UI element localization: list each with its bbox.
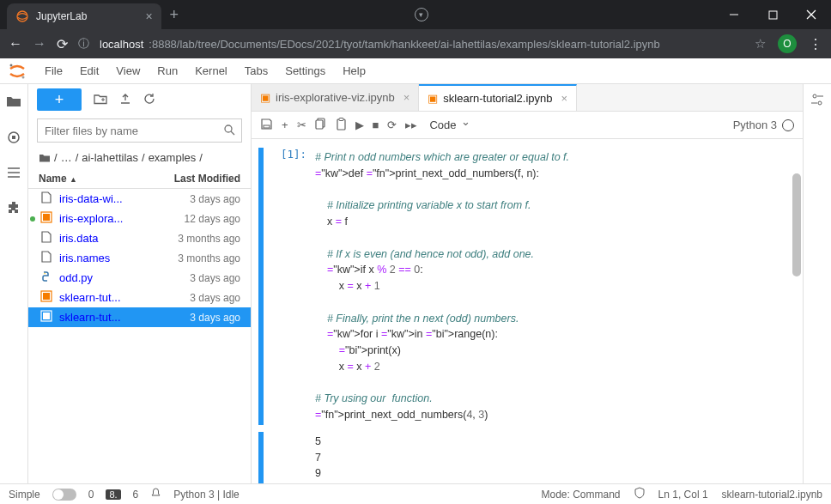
notebook-icon: ▣ [428, 92, 438, 105]
svg-point-0 [17, 11, 27, 21]
menu-help[interactable]: Help [334, 64, 374, 77]
new-folder-icon[interactable] [94, 93, 107, 107]
restart-icon[interactable]: ⟳ [387, 118, 397, 131]
stop-icon[interactable]: ■ [373, 118, 379, 131]
header-modified[interactable]: Last Modified [174, 173, 240, 185]
reload-button[interactable]: ⟳ [57, 36, 68, 52]
extensions-icon[interactable] [7, 201, 21, 218]
folder-icon [39, 153, 51, 163]
browser-menu-icon[interactable]: ⋮ [809, 36, 822, 52]
file-modified: 12 days ago [185, 213, 240, 225]
menu-settings[interactable]: Settings [276, 64, 334, 77]
bookmark-icon[interactable]: ☆ [755, 36, 766, 52]
forward-button[interactable]: → [33, 36, 46, 52]
shield-icon[interactable] [634, 487, 645, 501]
svg-rect-27 [339, 118, 343, 120]
notebook-content[interactable]: [1]: # Print n odd numbers which are gre… [252, 139, 803, 483]
folder-icon[interactable] [6, 94, 21, 112]
file-type-icon [39, 251, 54, 265]
menu-view[interactable]: View [107, 64, 149, 77]
breadcrumb[interactable]: / … / ai-lahettilas / examples / [28, 146, 251, 169]
sb-kernel[interactable]: Python 3 | Idle [173, 489, 240, 501]
new-launcher-button[interactable]: + [37, 88, 82, 111]
svg-rect-25 [316, 120, 323, 129]
kernel-status-icon [782, 119, 794, 131]
site-info-icon[interactable]: ⓘ [78, 36, 89, 52]
back-button[interactable]: ← [9, 36, 22, 52]
svg-rect-22 [43, 313, 50, 319]
menu-kernel[interactable]: Kernel [186, 64, 236, 77]
close-window-button[interactable] [792, 0, 831, 29]
file-row[interactable]: iris-explora...12 days ago [28, 209, 251, 228]
file-row[interactable]: iris.data3 months ago [28, 228, 251, 248]
svg-rect-20 [43, 293, 50, 300]
svg-rect-2 [769, 11, 777, 19]
jupyter-menubar: File Edit View Run Kernel Tabs Settings … [0, 58, 831, 84]
browser-tab[interactable]: JupyterLab × [7, 3, 161, 29]
file-name: iris-explora... [59, 212, 185, 225]
menu-tabs[interactable]: Tabs [236, 64, 276, 77]
crumb-part[interactable]: examples [149, 151, 197, 164]
file-row[interactable]: sklearn-tut...3 days ago [28, 307, 251, 327]
scrollbar[interactable] [792, 173, 801, 276]
window-controls [715, 0, 831, 29]
new-tab-button[interactable]: + [170, 6, 179, 24]
tab-close-icon[interactable]: × [145, 9, 152, 23]
cell-prompt: [1]: [270, 148, 315, 425]
crumb-part[interactable]: … [61, 151, 72, 164]
bell-icon[interactable] [150, 488, 161, 501]
simple-toggle[interactable] [52, 489, 76, 501]
save-icon[interactable] [260, 118, 273, 133]
file-row[interactable]: iris-data-wi...3 days ago [28, 189, 251, 209]
copy-icon[interactable] [315, 118, 327, 132]
cut-icon[interactable]: ✂ [297, 118, 306, 131]
file-name: iris.names [59, 252, 178, 264]
running-icon[interactable] [7, 131, 21, 148]
code-body[interactable]: # Print n odd numbers which are greater … [315, 148, 796, 425]
menu-run[interactable]: Run [149, 64, 186, 77]
profile-avatar[interactable]: O [778, 34, 797, 53]
refresh-icon[interactable] [143, 93, 155, 107]
filter-input[interactable] [37, 118, 242, 143]
doc-tab[interactable]: ▣ sklearn-tutorial2.ipynb × [419, 84, 577, 111]
svg-point-29 [818, 101, 822, 105]
cell-bar [258, 432, 264, 483]
minimize-button[interactable] [715, 0, 754, 29]
crumb-part[interactable]: ai-lahettilas [82, 151, 138, 164]
file-row[interactable]: sklearn-tut...3 days ago [28, 288, 251, 307]
app-body: + / … / ai-lahettilas / examples [0, 84, 831, 483]
svg-point-28 [813, 94, 816, 98]
url-host: localhost [100, 38, 143, 51]
sb-position: Ln 1, Col 1 [658, 489, 708, 501]
upload-icon[interactable] [119, 93, 131, 107]
fast-forward-icon[interactable]: ▸▸ [405, 118, 417, 131]
doc-tab[interactable]: ▣ iris-explorative-viz.ipynb × [252, 84, 419, 111]
cell-type-select[interactable]: Code [426, 117, 472, 133]
file-row[interactable]: odd.py3 days ago [28, 268, 251, 288]
toc-icon[interactable] [7, 167, 21, 182]
jupyter-icon [15, 9, 29, 23]
run-icon[interactable]: ▶ [355, 118, 364, 131]
url-display[interactable]: localhost:8888/lab/tree/Documents/EDocs/… [100, 38, 744, 51]
header-name[interactable]: Name ▲ [39, 173, 174, 185]
add-cell-icon[interactable]: + [282, 118, 288, 131]
right-rail [803, 84, 831, 483]
account-icon[interactable]: ▾ [415, 8, 428, 21]
file-type-icon [39, 191, 54, 206]
tab-close-icon[interactable]: × [561, 92, 568, 105]
svg-rect-17 [43, 214, 50, 221]
file-type-icon [39, 290, 54, 305]
file-row[interactable]: iris.names3 months ago [28, 248, 251, 268]
jupyter-logo-icon[interactable] [7, 61, 27, 82]
paste-icon[interactable] [336, 118, 347, 133]
menu-edit[interactable]: Edit [71, 64, 107, 77]
maximize-button[interactable] [754, 0, 792, 29]
property-inspector-icon[interactable] [810, 93, 824, 109]
file-name: odd.py [59, 271, 190, 284]
file-toolbar: + [28, 84, 251, 115]
kernel-indicator[interactable]: Python 3 [733, 118, 794, 131]
code-cell[interactable]: [1]: # Print n odd numbers which are gre… [258, 148, 796, 425]
menu-file[interactable]: File [36, 64, 71, 77]
doc-tab-label: sklearn-tutorial2.ipynb [443, 92, 552, 105]
tab-close-icon[interactable]: × [403, 91, 410, 104]
